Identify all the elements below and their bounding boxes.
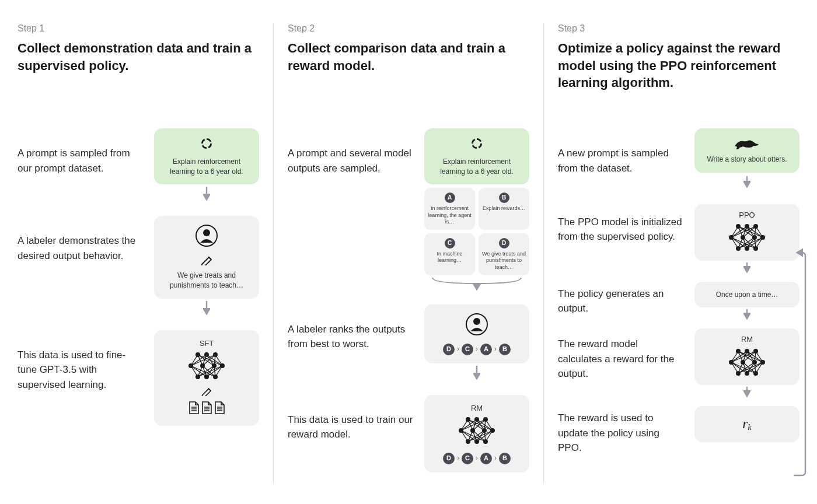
cycle-icon — [200, 136, 214, 150]
doc-icon — [214, 401, 225, 415]
output-text: Once upon a time… — [700, 290, 794, 300]
prompt-text: Explain reinforcement learning to a 6 ye… — [430, 157, 523, 177]
rank-ball: B — [499, 344, 511, 355]
step-1-label: Step 1 — [18, 23, 259, 34]
rank-ball: D — [443, 453, 455, 464]
arrow-down-icon — [694, 173, 799, 192]
neural-net-icon — [186, 351, 227, 380]
option-b: BExplain rewards… — [479, 188, 529, 230]
prompt-card: Write a story about otters. — [694, 128, 799, 173]
step-3-row-prompt-text: A new prompt is sampled from the dataset… — [558, 128, 684, 176]
step-3-row-reward-text: The reward is used to update the policy … — [558, 406, 684, 456]
step-1-row-prompt: A prompt is sampled from our prompt data… — [18, 128, 259, 204]
option-text: In machine learning… — [428, 251, 472, 264]
option-letter: C — [445, 238, 455, 249]
arrow-down-icon — [424, 363, 529, 383]
prompt-text: Explain reinforcement learning to a 6 ye… — [160, 157, 253, 177]
step-2-title: Collect comparison data and train a rewa… — [288, 40, 529, 92]
step-1-row-sft-text: This data is used to fine-tune GPT-3.5 w… — [18, 330, 144, 393]
cycle-icon — [470, 136, 484, 150]
step-3-row-reward: The reward is used to update the policy … — [558, 406, 799, 456]
reward-card: rk — [694, 406, 799, 442]
labeler-card: We give treats and punishments to teach… — [154, 216, 259, 298]
prompt-text: Write a story about otters. — [700, 155, 794, 164]
merge-arrow-icon — [424, 275, 529, 293]
step-2-row-rm-text: This data is used to train our reward mo… — [288, 395, 414, 442]
step-3-row-ppo: The PPO model is initialized from the su… — [558, 204, 799, 276]
rm-card: RM — [694, 328, 799, 385]
rank-ball: C — [462, 344, 473, 355]
person-icon — [465, 313, 488, 336]
neural-net-icon — [456, 416, 497, 445]
option-letter: B — [499, 192, 509, 203]
step-3-row-output-text: The policy generates an output. — [558, 282, 684, 316]
rm-label: RM — [699, 334, 795, 345]
diagram-container: Step 1 Collect demonstration data and tr… — [18, 23, 799, 484]
arrow-down-icon — [694, 307, 799, 323]
pen-icon — [201, 386, 212, 396]
step-2-row-ranking-text: A labeler ranks the outputs from best to… — [288, 304, 414, 352]
step-1-title: Collect demonstration data and train a s… — [18, 40, 259, 92]
option-text: In reinforcement learning, the agent is… — [428, 205, 472, 225]
rm-card: RM D› C› A› B — [424, 395, 529, 473]
step-2-row-samples: A prompt and several model outputs are s… — [288, 128, 529, 293]
step-1-row-labeler: A labeler demonstrates the desired outpu… — [18, 216, 259, 318]
docs-row — [188, 401, 225, 415]
option-a: AIn reinforcement learning, the agent is… — [424, 188, 475, 230]
prompt-card: Explain reinforcement learning to a 6 ye… — [424, 128, 529, 184]
arrow-down-icon — [694, 261, 799, 276]
step-2-row-rm: This data is used to train our reward mo… — [288, 395, 529, 473]
neural-net-icon — [727, 348, 767, 377]
reward-symbol: r — [742, 416, 748, 431]
rank-ball: C — [462, 453, 473, 464]
rank-ball: A — [480, 453, 492, 464]
step-1-row-prompt-text: A prompt is sampled from our prompt data… — [18, 128, 144, 176]
output-card: Once upon a time… — [694, 282, 799, 308]
column-divider — [273, 23, 274, 484]
feedback-loop-arrow-icon — [791, 248, 808, 481]
options-grid: AIn reinforcement learning, the agent is… — [424, 188, 529, 275]
step-3-title: Optimize a policy against the reward mod… — [558, 40, 799, 92]
doc-icon — [188, 401, 200, 415]
ranking-row: D› C› A› B — [430, 453, 523, 464]
arrow-down-icon — [154, 299, 259, 318]
column-divider — [543, 23, 544, 484]
reward-subscript: k — [748, 424, 752, 432]
person-icon — [195, 224, 218, 247]
rank-ball: D — [443, 344, 455, 355]
prompt-card: Explain reinforcement learning to a 6 ye… — [154, 128, 259, 184]
doc-icon — [201, 401, 212, 415]
step-2-row-ranking: A labeler ranks the outputs from best to… — [288, 304, 529, 383]
option-d: DWe give treats and punishments to teach… — [479, 233, 529, 275]
step-3-row-rm-text: The reward model calculates a reward for… — [558, 328, 684, 382]
sft-card: SFT — [154, 330, 259, 426]
demo-text: We give treats and punishments to teach… — [160, 271, 253, 290]
step-1-row-sft: This data is used to fine-tune GPT-3.5 w… — [18, 330, 259, 426]
option-letter: A — [445, 192, 455, 203]
rank-ball: B — [499, 453, 511, 464]
sft-label: SFT — [160, 338, 253, 349]
step-3-row-ppo-text: The PPO model is initialized from the su… — [558, 204, 684, 244]
step-3-label: Step 3 — [558, 23, 799, 34]
step-2-row-samples-text: A prompt and several model outputs are s… — [288, 128, 414, 176]
arrow-down-icon — [154, 184, 259, 204]
otter-icon — [734, 136, 760, 149]
ppo-card: PPO — [694, 204, 799, 261]
pen-icon — [201, 254, 212, 265]
option-text: Explain rewards… — [482, 205, 526, 212]
step-1-column: Step 1 Collect demonstration data and tr… — [18, 23, 259, 484]
option-letter: D — [499, 238, 509, 249]
step-2-label: Step 2 — [288, 23, 529, 34]
ranking-card: D› C› A› B — [424, 304, 529, 363]
step-2-column: Step 2 Collect comparison data and train… — [288, 23, 529, 484]
step-3-column: Step 3 Optimize a policy against the rew… — [558, 23, 799, 484]
rm-label: RM — [430, 403, 523, 414]
arrow-down-icon — [694, 385, 799, 400]
neural-net-icon — [727, 223, 767, 252]
step-3-row-rm: The reward model calculates a reward for… — [558, 328, 799, 400]
rank-ball: A — [480, 344, 492, 355]
ranking-row: D› C› A› B — [430, 344, 523, 355]
step-3-row-output: The policy generates an output. Once upo… — [558, 282, 799, 323]
step-1-row-labeler-text: A labeler demonstrates the desired outpu… — [18, 216, 144, 263]
ppo-label: PPO — [699, 210, 795, 220]
